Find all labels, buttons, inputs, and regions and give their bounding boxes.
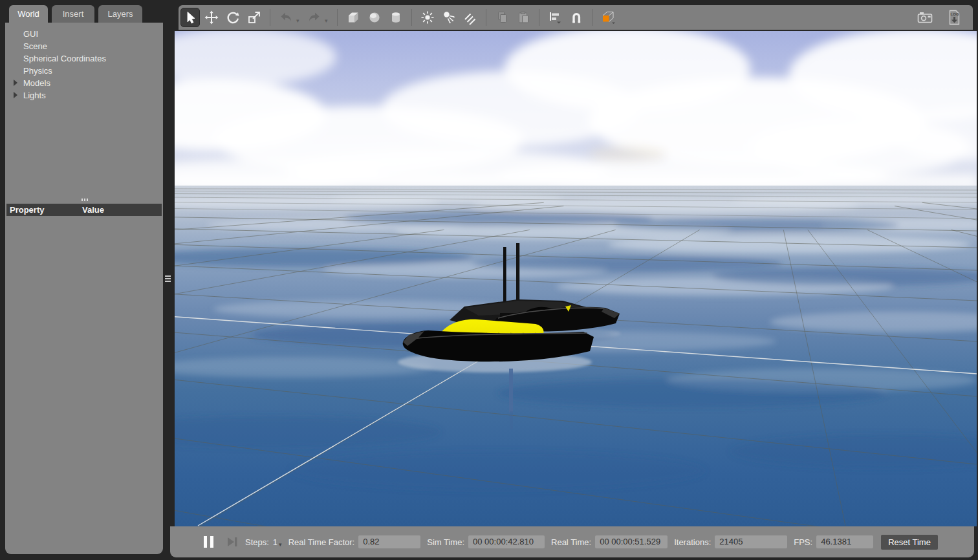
tree-item-spherical-coordinates[interactable]: Spherical Coordinates (5, 52, 163, 65)
camera-icon (917, 10, 933, 25)
property-splitter-handle[interactable] (80, 199, 89, 202)
select-tool[interactable] (180, 8, 200, 27)
panel-splitter-handle[interactable] (165, 272, 171, 286)
translate-icon (204, 10, 219, 25)
tab-world[interactable]: World (9, 5, 48, 23)
sim-time-value: 00 00:00:42.810 (468, 535, 545, 548)
fps-label: FPS: (794, 537, 812, 547)
paste-icon (516, 10, 531, 25)
property-column-header: Property (6, 205, 82, 215)
real-time-label: Real Time: (551, 537, 591, 547)
sphere-icon (367, 10, 382, 25)
rotate-icon (225, 10, 241, 25)
view-angle-tool[interactable] (598, 8, 618, 27)
rotate-tool[interactable] (223, 8, 243, 27)
redo-dropdown-caret[interactable]: ▾ (325, 17, 331, 24)
sim-time-label: Sim Time: (427, 537, 464, 547)
toolbar-separator (486, 9, 486, 26)
undo-button[interactable] (276, 8, 296, 27)
value-column-header: Value (82, 205, 104, 215)
copy-icon (494, 10, 510, 25)
sun-icon (420, 10, 435, 25)
tree-item-lights[interactable]: Lights (5, 89, 163, 102)
iterations-label: Iterations: (674, 537, 711, 547)
cursor-arrow-icon (182, 10, 198, 25)
expand-arrow-icon[interactable] (14, 92, 17, 98)
reset-time-button[interactable]: Reset Time (881, 535, 938, 550)
world-panel: GUI Scene Spherical Coordinates Physics … (5, 23, 163, 554)
expand-arrow-icon[interactable] (14, 80, 17, 86)
toolbar-separator (270, 9, 270, 26)
snap-tool[interactable] (567, 8, 586, 27)
iterations-value: 21405 (715, 535, 787, 548)
step-icon (226, 536, 239, 548)
view-angle-cube-icon (600, 9, 616, 26)
magnet-icon (569, 10, 584, 25)
main-toolbar: ▾ ▾ (179, 5, 973, 30)
align-icon (547, 10, 563, 25)
point-light-tool[interactable] (418, 8, 437, 27)
tab-insert[interactable]: Insert (52, 5, 94, 23)
tab-layers[interactable]: Layers (98, 5, 142, 23)
translate-tool[interactable] (202, 8, 221, 27)
cylinder-tool[interactable] (386, 8, 406, 27)
world-tree: GUI Scene Spherical Coordinates Physics … (5, 23, 163, 102)
steps-label: Steps: (245, 537, 269, 547)
pause-button[interactable] (204, 536, 214, 548)
tree-item-gui[interactable]: GUI (5, 28, 163, 40)
svg-text:LOG: LOG (951, 12, 959, 16)
toolbar-separator (592, 9, 592, 26)
cube-icon (345, 10, 361, 25)
spot-light-tool[interactable] (439, 8, 459, 27)
undo-dropdown-caret[interactable]: ▾ (296, 17, 303, 24)
simulation-statusbar: Steps: 1 ▾ Real Time Factor: 0.82 Sim Ti… (170, 526, 974, 557)
cylinder-icon (388, 10, 404, 25)
step-button[interactable] (226, 536, 239, 548)
box-tool[interactable] (343, 8, 363, 27)
directional-light-icon (462, 10, 478, 25)
steps-value[interactable]: 1 (273, 537, 277, 547)
spot-light-icon (441, 10, 457, 25)
tree-item-label: Models (23, 78, 50, 88)
tree-item-models[interactable]: Models (5, 77, 163, 89)
toolbar-right-group: LOG (913, 8, 973, 27)
real-time-value: 00 00:00:51.529 (595, 535, 668, 548)
tree-item-label: Lights (23, 91, 46, 100)
fps-value: 46.1381 (816, 535, 873, 548)
log-button[interactable]: LOG (944, 8, 964, 27)
render-viewport[interactable] (175, 31, 977, 526)
paste-button[interactable] (514, 8, 533, 27)
redo-button[interactable] (305, 8, 324, 27)
tree-item-physics[interactable]: Physics (5, 65, 163, 77)
scale-tool[interactable] (244, 8, 264, 27)
scale-icon (246, 10, 262, 25)
gazebo-window: World Insert Layers GUI Scene Spherical … (0, 0, 978, 560)
steps-dropdown-caret[interactable]: ▾ (279, 541, 282, 548)
toolbar-separator (411, 9, 412, 26)
redo-icon (307, 10, 322, 25)
tree-item-scene[interactable]: Scene (5, 40, 163, 52)
align-tool[interactable] (545, 8, 565, 27)
scene-canvas (175, 31, 977, 526)
undo-icon (278, 10, 294, 25)
rtf-value: 0.82 (358, 535, 420, 548)
sphere-tool[interactable] (365, 8, 384, 27)
toolbar-separator (337, 9, 338, 26)
clouds (175, 31, 977, 193)
toolbar-separator (539, 9, 539, 26)
rtf-label: Real Time Factor: (288, 537, 355, 547)
screenshot-button[interactable] (915, 8, 935, 27)
directional-light-tool[interactable] (461, 8, 480, 27)
property-table-header: Property Value (6, 204, 162, 216)
log-icon: LOG (946, 9, 962, 26)
copy-button[interactable] (492, 8, 512, 27)
